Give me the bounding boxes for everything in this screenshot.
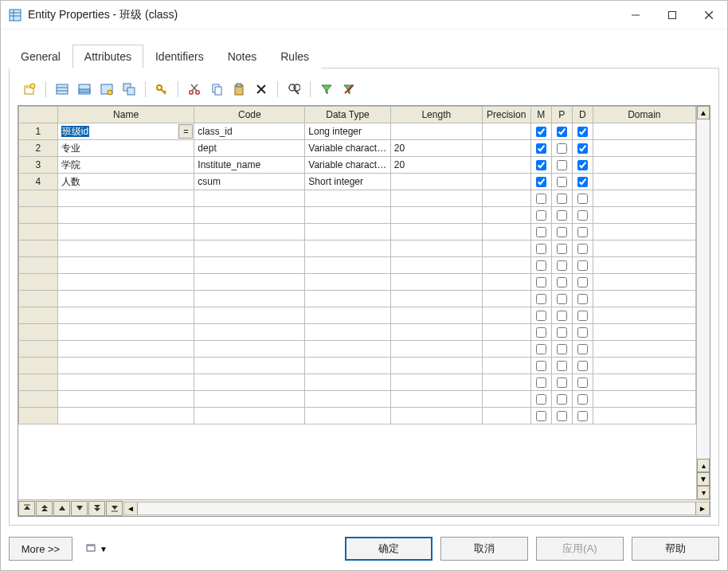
datatype-cell[interactable] xyxy=(305,190,390,207)
cut-icon[interactable] xyxy=(184,80,205,99)
name-cell[interactable] xyxy=(57,408,194,424)
displayed-cell[interactable] xyxy=(572,341,593,358)
checkbox[interactable] xyxy=(536,194,546,204)
primary-cell[interactable] xyxy=(551,190,572,207)
checkbox[interactable] xyxy=(577,344,588,354)
row-number[interactable] xyxy=(19,307,58,324)
length-cell[interactable] xyxy=(390,408,482,424)
checkbox[interactable] xyxy=(536,244,546,254)
key-icon[interactable] xyxy=(151,80,172,99)
mandatory-cell[interactable] xyxy=(530,374,551,391)
ok-button[interactable]: 确定 xyxy=(345,537,432,561)
delete-icon[interactable] xyxy=(251,80,272,99)
displayed-cell[interactable] xyxy=(572,324,593,341)
domain-cell[interactable] xyxy=(593,207,695,224)
table-row[interactable] xyxy=(19,291,696,307)
primary-cell[interactable] xyxy=(551,391,572,408)
filter-off-icon[interactable] xyxy=(339,80,359,99)
mandatory-cell[interactable] xyxy=(530,408,551,424)
checkbox[interactable] xyxy=(557,177,567,187)
mandatory-cell[interactable] xyxy=(530,224,551,241)
move-top-icon[interactable] xyxy=(18,501,35,516)
checkbox[interactable] xyxy=(536,361,546,371)
col-header[interactable]: Length xyxy=(390,107,482,123)
precision-cell[interactable] xyxy=(482,358,530,374)
precision-cell[interactable] xyxy=(482,140,530,157)
table-row[interactable] xyxy=(19,408,696,424)
domain-cell[interactable] xyxy=(593,140,695,157)
precision-cell[interactable] xyxy=(482,324,530,341)
displayed-cell[interactable] xyxy=(572,224,593,241)
checkbox[interactable] xyxy=(577,194,588,204)
datatype-cell[interactable] xyxy=(305,324,390,341)
datatype-cell[interactable]: Variable characters xyxy=(305,157,390,174)
checkbox[interactable] xyxy=(536,177,546,187)
precision-cell[interactable] xyxy=(482,274,530,291)
checkbox[interactable] xyxy=(536,210,546,221)
checkbox[interactable] xyxy=(536,260,546,271)
precision-cell[interactable] xyxy=(482,157,530,174)
primary-cell[interactable] xyxy=(551,241,572,257)
domain-cell[interactable] xyxy=(593,190,695,207)
domain-cell[interactable] xyxy=(593,408,695,424)
checkbox[interactable] xyxy=(536,127,546,137)
col-header[interactable] xyxy=(19,107,58,123)
move-up-icon[interactable] xyxy=(53,501,70,516)
name-cell[interactable] xyxy=(57,190,194,207)
datatype-cell[interactable] xyxy=(305,307,390,324)
row-number[interactable]: 2 xyxy=(19,140,58,157)
name-cell[interactable] xyxy=(57,307,194,324)
name-cell[interactable] xyxy=(57,207,194,224)
mandatory-cell[interactable] xyxy=(530,157,551,174)
length-cell[interactable] xyxy=(390,174,482,190)
mandatory-cell[interactable] xyxy=(530,274,551,291)
checkbox[interactable] xyxy=(557,344,567,354)
precision-cell[interactable] xyxy=(482,224,530,241)
checkbox[interactable] xyxy=(557,194,567,204)
checkbox[interactable] xyxy=(577,127,588,137)
checkbox[interactable] xyxy=(577,361,588,371)
table-row[interactable] xyxy=(19,324,696,341)
domain-cell[interactable] xyxy=(593,174,695,190)
checkbox[interactable] xyxy=(536,327,546,338)
row-number[interactable]: 1 xyxy=(19,123,58,140)
domain-cell[interactable] xyxy=(593,157,695,174)
length-cell[interactable] xyxy=(390,257,482,274)
row-number[interactable] xyxy=(19,257,58,274)
maximize-button[interactable] xyxy=(654,1,691,29)
checkbox[interactable] xyxy=(536,394,546,405)
primary-cell[interactable] xyxy=(551,307,572,324)
mandatory-cell[interactable] xyxy=(530,241,551,257)
checkbox[interactable] xyxy=(536,227,546,237)
scroll-home-icon[interactable]: ▴ xyxy=(697,459,710,472)
checkbox[interactable] xyxy=(536,377,546,388)
code-cell[interactable] xyxy=(194,341,305,358)
checkbox[interactable] xyxy=(557,411,567,421)
row-number[interactable] xyxy=(19,291,58,307)
domain-cell[interactable] xyxy=(593,324,695,341)
datatype-cell[interactable] xyxy=(305,274,390,291)
name-cell[interactable] xyxy=(57,224,194,241)
primary-cell[interactable] xyxy=(551,291,572,307)
horizontal-scrollbar[interactable]: ◄ ► xyxy=(123,502,710,515)
minimize-button[interactable] xyxy=(617,1,654,29)
tab-identifiers[interactable]: Identifiers xyxy=(143,45,216,68)
domain-cell[interactable] xyxy=(593,391,695,408)
col-header[interactable]: P xyxy=(551,107,572,123)
close-button[interactable] xyxy=(691,1,727,29)
mandatory-cell[interactable] xyxy=(530,123,551,140)
length-cell[interactable]: 20 xyxy=(390,157,482,174)
domain-cell[interactable] xyxy=(593,307,695,324)
table-row[interactable] xyxy=(19,307,696,324)
displayed-cell[interactable] xyxy=(572,157,593,174)
table-row[interactable]: 2专业deptVariable characters20 xyxy=(19,140,696,157)
code-cell[interactable] xyxy=(194,391,305,408)
displayed-cell[interactable] xyxy=(572,307,593,324)
length-cell[interactable] xyxy=(390,190,482,207)
mandatory-cell[interactable] xyxy=(530,140,551,157)
scroll-end-icon[interactable]: ▾ xyxy=(697,486,710,499)
name-cell[interactable] xyxy=(57,358,194,374)
checkbox[interactable] xyxy=(557,244,567,254)
name-cell[interactable] xyxy=(57,274,194,291)
code-cell[interactable] xyxy=(194,190,305,207)
